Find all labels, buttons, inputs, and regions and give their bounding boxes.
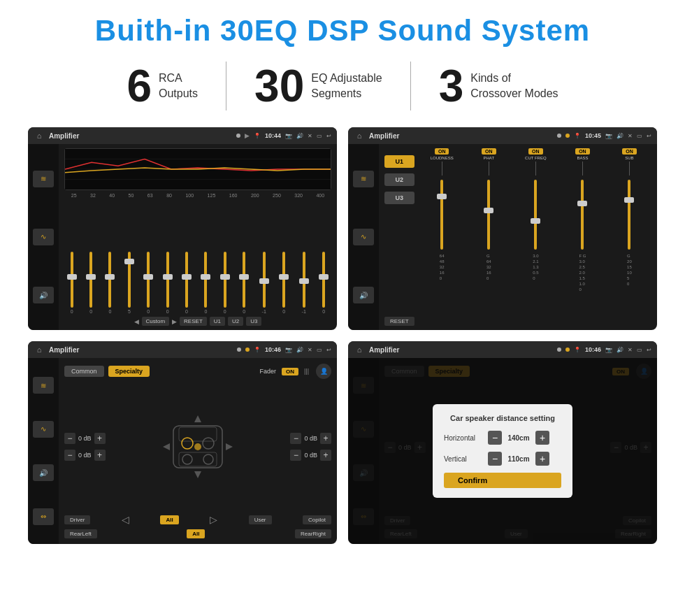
fader-eq-btn[interactable]: ≋	[33, 377, 54, 394]
sub-channel: ON SUB G 20 15 10 5	[607, 148, 651, 326]
crossover-vol-btn[interactable]: 🔊	[353, 287, 374, 303]
eq-main-area: 25 32 40 50 63 80 100 125 160 200 250 32…	[59, 144, 337, 330]
eq-u2-btn[interactable]: U2	[228, 317, 243, 326]
distance-vol-icon: 🔊	[616, 347, 623, 353]
fader-back-icon[interactable]: ↩	[326, 347, 331, 353]
crossover-u3-btn[interactable]: U3	[384, 192, 414, 204]
fader-plus-4-btn[interactable]: +	[320, 450, 331, 461]
fader-minus-3-btn[interactable]: −	[290, 433, 301, 444]
loudness-label: LOUDNESS	[431, 156, 454, 160]
fader-tabs-row: Common Specialty Fader ON ||| 👤	[64, 364, 331, 379]
fader-db-value-4: 0 dB	[304, 452, 317, 459]
dialog-horizontal-minus-btn[interactable]: −	[488, 431, 502, 445]
fader-arrows-btn[interactable]: ⇔	[33, 508, 54, 525]
eq-slider-8: 0	[204, 252, 207, 314]
distance-status-title: Amplifier	[369, 346, 553, 354]
fader-copilot-btn[interactable]: Copilot	[303, 515, 331, 524]
eq-icon: ≋	[41, 175, 46, 182]
fader-wave-btn[interactable]: ∿	[33, 421, 54, 438]
svg-point-10	[203, 454, 213, 464]
fader-minus-2-btn[interactable]: −	[64, 450, 75, 461]
loudness-on-btn[interactable]: ON	[435, 148, 449, 155]
fader-user-btn[interactable]: User	[249, 515, 272, 524]
eq-slider-4: 5	[128, 252, 131, 314]
eq-x-icon: ✕	[308, 133, 312, 139]
phat-on-btn[interactable]: ON	[482, 148, 496, 155]
fader-rearleft-btn[interactable]: RearLeft	[64, 529, 97, 538]
crossover-reset-btn[interactable]: RESET	[384, 317, 414, 326]
fader-tab-specialty[interactable]: Specialty	[108, 366, 150, 377]
fader-cam-icon: 📷	[285, 347, 292, 353]
dialog-horizontal-plus-btn[interactable]: +	[535, 431, 549, 445]
fader-right-col: − 0 dB + − 0 dB +	[239, 433, 331, 461]
distance-screen-card: ⌂ Amplifier 📍 10:46 📷 🔊 ✕ ▭ ↩ ≋ ∿ 🔊 ⇔	[348, 341, 657, 544]
distance-location-icon: 📍	[574, 347, 581, 353]
crossover-u1-btn[interactable]: U1	[384, 155, 414, 168]
eq-slider-7: 0	[185, 252, 188, 314]
fader-slider-mini[interactable]: |||	[304, 368, 309, 375]
fader-tab-common[interactable]: Common	[64, 366, 104, 377]
eq-sidebar-eq-btn[interactable]: ≋	[33, 171, 54, 187]
eq-reset-btn[interactable]: RESET	[180, 317, 207, 326]
sub-on-btn[interactable]: ON	[622, 148, 637, 155]
fader-on-btn[interactable]: ON	[282, 368, 298, 375]
eq-location-icon: 📍	[254, 133, 261, 139]
fader-minus-4-btn[interactable]: −	[290, 450, 301, 461]
svg-marker-13	[194, 471, 201, 478]
eq-slider-2: 0	[89, 252, 92, 314]
distance-home-icon: ⌂	[354, 344, 365, 355]
fader-label-row: Fader ON |||	[259, 368, 309, 375]
fader-db-control-4: − 0 dB +	[290, 450, 331, 461]
bass-on-btn[interactable]: ON	[575, 148, 590, 155]
fader-bottom-row: Driver ◁ All ▷ User Copilot	[64, 514, 331, 525]
eq-sidebar-wave-btn[interactable]: ∿	[33, 229, 54, 245]
fader-status-bar: ⌂ Amplifier 📍 10:46 📷 🔊 ✕ ▭ ↩	[28, 341, 337, 358]
crossover-screen-card: ⌂ Amplifier 📍 10:45 📷 🔊 ✕ ▭ ↩ ≋ ∿	[348, 127, 657, 330]
dialog-title: Car speaker distance setting	[444, 414, 561, 422]
crossover-wave-btn[interactable]: ∿	[353, 229, 374, 245]
svg-marker-12	[194, 415, 201, 422]
crossover-main-area: U1 U2 U3 RESET ON LOUDNESS	[379, 144, 657, 330]
crossover-sidebar: ≋ ∿ 🔊	[348, 144, 379, 330]
distance-back-icon[interactable]: ↩	[647, 347, 651, 353]
fader-all-btn[interactable]: All	[160, 515, 178, 524]
svg-point-7	[182, 438, 193, 449]
fader-bottom-row-2: RearLeft All RearRight	[64, 529, 331, 538]
crossover-back-icon[interactable]: ↩	[647, 133, 651, 139]
fader-driver-btn[interactable]: Driver	[64, 515, 90, 524]
fader-x-icon: ✕	[308, 347, 312, 353]
dialog-vertical-minus-btn[interactable]: −	[488, 452, 502, 466]
dialog-vertical-row: Vertical − 110cm +	[444, 452, 561, 466]
eq-u1-btn[interactable]: U1	[210, 317, 225, 326]
cutfreq-on-btn[interactable]: ON	[528, 148, 543, 155]
eq-status-title: Amplifier	[49, 132, 232, 140]
eq-prev-btn[interactable]: ◀	[134, 318, 139, 325]
dialog-horizontal-control: − 140cm +	[488, 431, 549, 445]
fader-profile-btn[interactable]: 👤	[316, 364, 331, 379]
fader-rearright-btn[interactable]: RearRight	[295, 529, 331, 538]
fader-all2-btn[interactable]: All	[187, 529, 205, 538]
eq-dot1	[236, 134, 240, 138]
fader-minus-1-btn[interactable]: −	[64, 433, 75, 444]
eq-slider-3: 0	[108, 252, 111, 314]
distance-status-bar: ⌂ Amplifier 📍 10:46 📷 🔊 ✕ ▭ ↩	[348, 341, 657, 358]
eq-back-icon[interactable]: ↩	[326, 133, 331, 139]
crossover-eq-btn[interactable]: ≋	[353, 171, 374, 187]
eq-next-btn[interactable]: ▶	[172, 318, 177, 325]
stat-text-rca: RCA Outputs	[159, 71, 198, 102]
fader-plus-1-btn[interactable]: +	[94, 433, 106, 444]
crossover-u2-btn[interactable]: U2	[384, 173, 414, 186]
eq-u3-btn[interactable]: U3	[246, 317, 261, 326]
fader-vol-icon: 🔊	[296, 347, 303, 353]
dialog-confirm-btn[interactable]: Confirm	[444, 473, 561, 488]
dialog-vertical-plus-btn[interactable]: +	[535, 452, 549, 466]
eq-sidebar-vol-btn[interactable]: 🔊	[33, 287, 54, 303]
fader-db-value-3: 0 dB	[304, 435, 317, 442]
eq-custom-btn[interactable]: Custom	[142, 317, 170, 326]
fader-content: ≋ ∿ 🔊 ⇔ Common Specialty	[28, 358, 337, 544]
bass-label: BASS	[577, 156, 588, 160]
fader-vol-sidebar-btn[interactable]: 🔊	[33, 464, 54, 481]
fader-plus-3-btn[interactable]: +	[320, 433, 331, 444]
fader-plus-2-btn[interactable]: +	[94, 450, 106, 461]
main-title: Buith-in 30EQ DSP Sound System	[21, 14, 664, 48]
